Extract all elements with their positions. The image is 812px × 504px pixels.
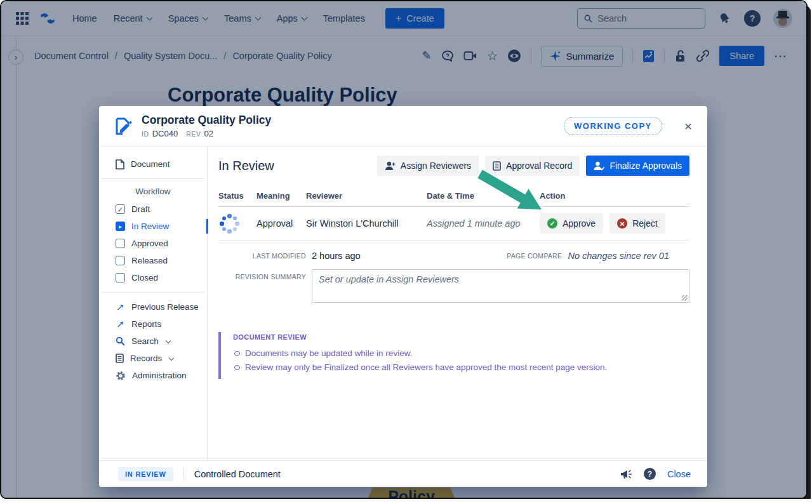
last-modified-label: LAST MODIFIED [218,252,306,260]
current-state-icon: ▸ [116,222,125,231]
revision-summary-input[interactable] [312,269,689,303]
notice-list: Documents may be updated while in review… [233,348,689,372]
dialog-subtitle: ID DC040 REV 02 [142,129,271,138]
external-link-icon: ↗ [116,302,125,313]
sidebar-item-search[interactable]: Search [99,333,207,350]
records-icon [116,354,124,363]
page-compare-value: No changes since rev 01 [568,251,669,261]
footer-divider [183,468,184,481]
document-type-label: Controlled Document [194,469,281,479]
pending-status-spinner-icon [220,214,239,233]
sidebar-item-reports[interactable]: ↗ Reports [99,315,207,333]
play-glyph: ▸ [119,223,122,230]
column-header-datetime: Date & Time [427,191,540,201]
sidebar-item-document[interactable]: Document [99,156,207,173]
checkbox-empty-icon [116,256,125,265]
column-header-reviewer: Reviewer [306,191,427,201]
dialog-title: Corporate Quality Policy [142,114,271,127]
cross-glyph: × [620,220,625,228]
notice-title: DOCUMENT REVIEW [233,333,689,341]
revision-summary-wrap [312,269,689,305]
dialog-sidebar: Document Workflow ✓ Draft ▸ In Review Ap… [99,147,208,460]
sidebar-item-label: Closed [131,273,158,282]
sidebar-state-released[interactable]: Released [99,252,207,269]
dialog-footer: IN REVIEW Controlled Document ? Close [99,460,707,487]
sidebar-item-previous-release[interactable]: ↗ Previous Release [99,298,207,315]
document-icon [116,159,124,169]
reject-cross-icon: × [617,218,627,229]
table-row: Approval Sir Winston L'Churchill Assigne… [218,207,689,241]
dialog-content: In Review Assign Reviewers [208,147,707,460]
sidebar-item-label: Search [131,336,159,346]
chevron-down-icon [166,338,171,343]
id-value: DC040 [152,129,178,138]
approve-button[interactable]: ✓ Approve [540,213,603,234]
sidebar-item-label: Previous Release [131,302,199,312]
dialog-title-block: Corporate Quality Policy ID DC040 REV 02 [142,114,271,138]
state-heading: In Review [218,159,274,173]
sidebar-state-draft[interactable]: ✓ Draft [99,201,207,218]
sidebar-divider [102,292,204,293]
screenshot-frame: Home Recent Spaces Teams Apps Templates … [0,0,808,499]
revision-summary-label: REVISION SUMMARY [218,273,306,305]
working-copy-badge[interactable]: WORKING COPY [564,117,662,135]
close-icon[interactable]: × [684,119,692,133]
question-glyph: ? [648,470,652,479]
reject-label: Reject [632,218,658,229]
status-badge: IN REVIEW [118,467,173,481]
approve-check-icon: ✓ [547,218,557,229]
rev-value: 02 [204,129,213,138]
dialog-header: Corporate Quality Policy ID DC040 REV 02… [99,106,707,147]
revision-summary-row: REVISION SUMMARY [218,269,689,305]
person-check-icon [594,161,604,171]
workflow-section-label: Workflow [99,185,207,201]
sidebar-item-label: In Review [131,222,169,231]
person-add-icon [385,161,396,171]
sidebar-item-records[interactable]: Records [99,350,207,367]
announcement-icon[interactable] [620,468,632,480]
page-compare-label: PAGE COMPARE [507,252,562,260]
sidebar-item-label: Administration [132,371,187,380]
footer-right: ? Close [620,468,691,480]
cell-action: ✓ Approve × Reject [540,213,689,234]
meta-row: LAST MODIFIED 2 hours ago PAGE COMPARE N… [218,251,689,261]
help-icon[interactable]: ? [644,468,656,480]
sidebar-item-label: Document [131,159,170,169]
cell-meaning: Approval [256,218,306,229]
approval-record-button[interactable]: Approval Record [485,156,580,176]
last-modified-value: 2 hours ago [312,251,361,261]
notice-bullet: Review may only be Finalized once all Re… [233,362,689,372]
document-workflow-dialog: Corporate Quality Policy ID DC040 REV 02… [99,106,707,487]
sidebar-item-label: Reports [131,319,161,329]
sidebar-state-approved[interactable]: Approved [99,235,207,252]
chevron-down-icon [169,355,174,360]
resize-handle[interactable] [682,295,688,301]
sidebar-item-label: Released [131,256,168,265]
state-actions: Assign Reviewers Approval Record [377,156,689,176]
approve-label: Approve [562,218,596,229]
dialog-body: Document Workflow ✓ Draft ▸ In Review Ap… [99,147,707,460]
finalize-approvals-button[interactable]: Finalize Approvals [586,156,689,176]
sidebar-item-administration[interactable]: Administration [99,367,207,384]
content-header: In Review Assign Reviewers [218,156,689,176]
search-icon [116,336,125,346]
close-link[interactable]: Close [667,469,691,479]
assign-reviewers-label: Assign Reviewers [401,161,471,171]
gear-icon [116,371,126,381]
sidebar-state-closed[interactable]: Closed [99,269,207,286]
external-link-icon: ↗ [116,319,125,330]
rev-label: REV [186,130,201,138]
column-header-action: Action [540,191,689,201]
document-edit-icon [114,117,132,136]
reject-button[interactable]: × Reject [609,213,665,234]
assign-reviewers-button[interactable]: Assign Reviewers [377,156,479,176]
sidebar-state-in-review[interactable]: ▸ In Review [99,218,207,235]
notice-bullet: Documents may be updated while in review… [233,348,689,358]
page-compare-group: PAGE COMPARE No changes since rev 01 [507,251,689,261]
sidebar-divider [102,178,204,179]
cell-reviewer: Sir Winston L'Churchill [306,218,427,229]
checkbox-checked-icon: ✓ [116,204,125,214]
column-header-status: Status [218,191,256,201]
review-table-header: Status Meaning Reviewer Date & Time Acti… [218,191,689,207]
id-label: ID [142,130,149,138]
